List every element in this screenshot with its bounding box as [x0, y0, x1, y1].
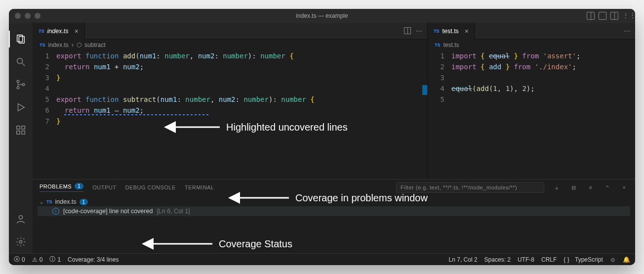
code-content: return num1 + num2;: [56, 61, 427, 72]
source-control-icon[interactable]: [14, 78, 27, 91]
line-number: 5: [33, 94, 56, 105]
problems-count-badge: 1: [75, 183, 83, 189]
editor-more-icon[interactable]: ⋯: [416, 27, 422, 35]
code-line[interactable]: 3}: [33, 72, 427, 83]
code-line[interactable]: 4equal(add(1, 1), 2);: [428, 83, 635, 94]
tab-bar-right: TS test.ts × ⋯: [428, 23, 635, 40]
tab-output[interactable]: OUTPUT: [92, 184, 116, 190]
files-icon[interactable]: [14, 33, 27, 46]
svg-line-3: [22, 63, 25, 66]
account-icon[interactable]: [14, 213, 27, 226]
code-line[interactable]: 7}: [33, 116, 427, 127]
error-icon: ⓧ: [14, 255, 20, 264]
line-number: 1: [33, 50, 56, 61]
typescript-file-icon: TS: [46, 199, 52, 204]
tab-debug-console[interactable]: DEBUG CONSOLE: [125, 184, 175, 190]
status-eol[interactable]: CRLF: [541, 256, 557, 263]
customize-layout-icon[interactable]: ⋮⋮: [622, 12, 630, 20]
svg-point-2: [17, 58, 23, 64]
breadcrumb-file: test.ts: [443, 42, 459, 48]
toggle-secondary-sidebar-icon[interactable]: [610, 12, 618, 20]
svg-point-5: [17, 87, 19, 89]
svg-marker-7: [18, 104, 25, 111]
code-content: }: [56, 72, 427, 83]
info-icon: ⓘ: [49, 255, 55, 264]
code-line[interactable]: 2import { add } from './index';: [428, 61, 635, 72]
code-line[interactable]: 4: [33, 83, 427, 94]
tab-index-ts[interactable]: TS index.ts ×: [33, 23, 85, 40]
code-line[interactable]: 2 return num1 + num2;: [33, 61, 427, 72]
settings-gear-icon[interactable]: [14, 235, 27, 248]
status-bar: ⓧ0 ⚠0 ⓘ1 Coverage: 3/4 lines Ln 7, Col 2…: [9, 253, 635, 265]
status-errors[interactable]: ⓧ0: [14, 255, 25, 264]
status-encoding[interactable]: UTF-8: [518, 256, 534, 263]
svg-rect-11: [22, 131, 25, 134]
code-editor-left[interactable]: 1export function add(num1: number, num2:…: [33, 50, 427, 179]
code-line[interactable]: 1import { equal } from 'assert';: [428, 50, 635, 61]
close-tab-icon[interactable]: ×: [75, 27, 79, 35]
code-line[interactable]: 6 return num1 – num2;: [33, 105, 427, 116]
breadcrumb-symbol: subtract: [84, 42, 106, 48]
breadcrumb-right[interactable]: TS test.ts: [428, 40, 635, 50]
code-line[interactable]: 1export function add(num1: number, num2:…: [33, 50, 427, 61]
workbench-body: TS index.ts × ⋯ TS index.ts › ⬡: [9, 23, 635, 253]
editor-area: TS index.ts × ⋯ TS index.ts › ⬡: [33, 23, 635, 253]
tab-test-ts[interactable]: TS test.ts ×: [428, 23, 475, 40]
collapse-all-icon[interactable]: ⊟: [570, 184, 578, 191]
code-editor-right[interactable]: 1import { equal } from 'assert';2import …: [428, 50, 635, 179]
run-icon[interactable]: [14, 101, 27, 114]
line-number: 5: [428, 94, 451, 105]
search-icon[interactable]: [14, 55, 27, 68]
bottom-panel: PROBLEMS 1 OUTPUT DEBUG CONSOLE TERMINAL…: [33, 179, 635, 253]
code-content: [56, 83, 427, 94]
toggle-primary-sidebar-icon[interactable]: [587, 12, 595, 20]
status-cursor-position[interactable]: Ln 7, Col 2: [449, 256, 478, 263]
line-number: 6: [33, 105, 56, 116]
activity-bar: [9, 23, 33, 253]
warning-icon: ⚠: [32, 256, 38, 263]
code-line[interactable]: 5export function subtract(num1: number, …: [33, 94, 427, 105]
close-panel-icon[interactable]: ×: [620, 184, 628, 190]
toggle-panel-icon[interactable]: [599, 12, 606, 20]
split-editor-icon[interactable]: [404, 27, 411, 34]
filter-icon[interactable]: ⏚: [553, 184, 561, 190]
notifications-icon[interactable]: 🔔: [623, 256, 630, 263]
line-number: 2: [33, 61, 56, 72]
tab-terminal[interactable]: TERMINAL: [185, 184, 214, 190]
status-indentation[interactable]: Spaces: 2: [484, 256, 511, 263]
view-as-list-icon[interactable]: ≡: [587, 184, 595, 190]
typescript-file-icon: TS: [434, 29, 440, 34]
status-warnings[interactable]: ⚠0: [32, 256, 43, 263]
title-bar: index.ts — example ⋮⋮: [9, 9, 635, 23]
problems-file-row[interactable]: ⌄ TS index.ts 1: [38, 197, 630, 206]
svg-point-6: [22, 84, 25, 86]
status-coverage[interactable]: Coverage: 3/4 lines: [68, 256, 119, 263]
file-problems-count: 1: [80, 199, 88, 205]
line-number: 2: [428, 61, 451, 72]
problems-file-name: index.ts: [55, 198, 77, 205]
editor-group-right: TS test.ts × ⋯ TS test.ts 1import { equa…: [428, 23, 635, 179]
code-line[interactable]: 3: [428, 72, 635, 83]
panel-tab-bar: PROBLEMS 1 OUTPUT DEBUG CONSOLE TERMINAL…: [33, 180, 635, 195]
line-number: 4: [33, 83, 56, 94]
code-content: }: [56, 116, 427, 127]
code-content: [451, 94, 635, 105]
breadcrumb-left[interactable]: TS index.ts › ⬡ subtract: [33, 40, 427, 50]
maximize-panel-icon[interactable]: ^: [604, 184, 611, 190]
problems-filter-input[interactable]: Filter (e.g. text, **/*.ts, !**/node_mod…: [396, 182, 544, 193]
editor-groups: TS index.ts × ⋯ TS index.ts › ⬡: [33, 23, 635, 179]
code-line[interactable]: 5: [428, 94, 635, 105]
problems-list: ⌄ TS index.ts 1 i [code-coverage] line n…: [33, 195, 635, 253]
problem-item[interactable]: i [code-coverage] line not covered [Ln 6…: [38, 206, 630, 216]
line-number: 4: [428, 83, 451, 94]
close-tab-icon[interactable]: ×: [465, 27, 469, 35]
status-language[interactable]: { } TypeScript: [564, 256, 603, 263]
line-number: 1: [428, 50, 451, 61]
tab-problems[interactable]: PROBLEMS 1: [40, 183, 83, 192]
svg-rect-9: [22, 126, 25, 129]
extensions-icon[interactable]: [14, 124, 27, 137]
editor-more-icon[interactable]: ⋯: [624, 27, 630, 35]
status-info[interactable]: ⓘ1: [49, 255, 61, 264]
problem-location: [Ln 6, Col 1]: [157, 208, 190, 215]
feedback-icon[interactable]: ☺: [610, 256, 616, 263]
